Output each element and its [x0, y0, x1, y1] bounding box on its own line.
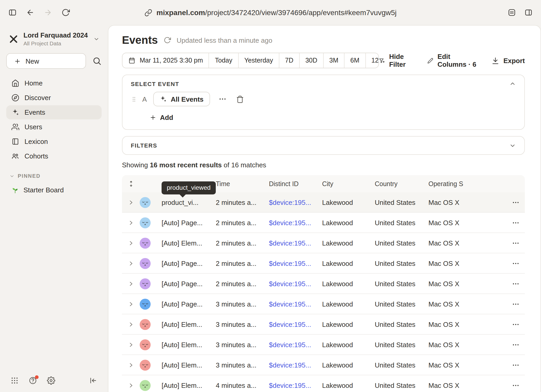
range-today[interactable]: Today: [209, 53, 239, 68]
row-actions-button[interactable]: [486, 198, 525, 206]
table-row[interactable]: [Auto] Page... 2 minutes a... $device:19…: [122, 253, 525, 274]
column-header-os[interactable]: Operating S: [428, 180, 486, 187]
delete-event-button[interactable]: [236, 95, 244, 103]
row-expand-button[interactable]: [122, 240, 140, 246]
export-label: Export: [503, 57, 525, 64]
event-name[interactable]: [Auto] Page...: [162, 280, 216, 287]
row-expand-button[interactable]: [122, 342, 140, 347]
distinct-id-link[interactable]: $device:195...: [269, 341, 322, 348]
collapse-all-rows-button[interactable]: [122, 180, 140, 187]
sidebar-item-events[interactable]: Events: [6, 105, 102, 119]
expand-filters-button[interactable]: [509, 142, 516, 149]
event-name[interactable]: [Auto] Page...: [162, 219, 216, 226]
distinct-id-link[interactable]: $device:195...: [269, 280, 322, 287]
event-name[interactable]: [Auto] Elem...: [162, 381, 216, 389]
row-actions-button[interactable]: [486, 320, 525, 328]
row-expand-button[interactable]: [122, 301, 140, 307]
distinct-id-link[interactable]: $device:195...: [269, 219, 322, 226]
range-12m[interactable]: 12M: [366, 53, 379, 68]
row-actions-button[interactable]: [486, 259, 525, 267]
forward-button[interactable]: [44, 8, 52, 17]
table-row[interactable]: [Auto] Page... 3 minutes a... $device:19…: [122, 294, 525, 314]
row-expand-button[interactable]: [122, 362, 140, 368]
table-row[interactable]: [Auto] Page... 2 minutes a... $device:19…: [122, 213, 525, 233]
event-name[interactable]: [Auto] Elem...: [162, 361, 216, 369]
filters-card: FILTERS: [122, 136, 525, 155]
browser-sidebar-toggle-button[interactable]: [8, 8, 17, 17]
table-row[interactable]: [Auto] Elem... 3 minutes a... $device:19…: [122, 314, 525, 335]
row-actions-button[interactable]: [486, 341, 525, 348]
pinned-item-label: Starter Board: [23, 186, 64, 194]
column-header-distinct-id[interactable]: Distinct ID: [269, 180, 322, 187]
browser-controls-button[interactable]: [508, 8, 516, 17]
distinct-id-link[interactable]: $device:195...: [269, 320, 322, 328]
event-name[interactable]: [Auto] Elem...: [162, 320, 216, 328]
distinct-id-link[interactable]: $device:195...: [269, 198, 322, 206]
new-button[interactable]: New: [6, 53, 86, 69]
table-row[interactable]: [Auto] Elem... 2 minutes a... $device:19…: [122, 233, 525, 253]
collapse-card-button[interactable]: [509, 80, 516, 87]
event-name[interactable]: [Auto] Page...: [162, 259, 216, 267]
address-bar[interactable]: mixpanel.com/project/3472420/view/397469…: [144, 8, 397, 17]
back-button[interactable]: [26, 8, 34, 17]
hide-filter-button[interactable]: Hide Filter: [379, 53, 414, 68]
row-expand-button[interactable]: [122, 321, 140, 327]
distinct-id-link[interactable]: $device:195...: [269, 259, 322, 267]
row-actions-button[interactable]: [486, 219, 525, 226]
range-30d[interactable]: 30D: [300, 53, 324, 68]
row-expand-button[interactable]: [122, 260, 140, 266]
project-switcher[interactable]: Lord Farquaad 2024 All Project Data: [6, 29, 102, 49]
row-expand-button[interactable]: [122, 382, 140, 388]
drag-handle[interactable]: [131, 95, 137, 103]
column-header-time[interactable]: Time: [216, 180, 269, 187]
event-name[interactable]: [Auto] Page...: [162, 300, 216, 308]
table-row[interactable]: [Auto] Elem... 3 minutes a... $device:19…: [122, 335, 525, 355]
row-actions-button[interactable]: [486, 300, 525, 308]
pinned-section-header[interactable]: PINNED: [6, 173, 102, 179]
distinct-id-link[interactable]: $device:195...: [269, 300, 322, 308]
help-button[interactable]: [29, 376, 37, 385]
settings-button[interactable]: [47, 376, 55, 385]
sidebar-item-lexicon[interactable]: Lexicon: [6, 134, 102, 149]
date-picker-button[interactable]: Mar 11, 2025 3:30 pm: [122, 53, 209, 68]
event-time: 2 minutes a...: [216, 198, 269, 206]
table-row[interactable]: [Auto] Elem... 4 minutes a... $device:19…: [122, 375, 525, 392]
row-expand-button[interactable]: [122, 220, 140, 225]
row-actions-button[interactable]: [486, 361, 525, 369]
sidebar-item-discover[interactable]: Discover: [6, 91, 102, 105]
event-name[interactable]: [Auto] Elem...: [162, 239, 216, 247]
distinct-id-link[interactable]: $device:195...: [269, 361, 322, 369]
sidebar-item-home[interactable]: Home: [6, 76, 102, 90]
range-6m[interactable]: 6M: [345, 53, 366, 68]
range-7d[interactable]: 7D: [279, 53, 300, 68]
row-actions-button[interactable]: [486, 239, 525, 247]
table-row[interactable]: [Auto] Page... 2 minutes a... $device:19…: [122, 274, 525, 294]
reload-button[interactable]: [62, 8, 70, 17]
collapse-sidebar-button[interactable]: [89, 376, 97, 385]
search-button[interactable]: [92, 56, 102, 66]
column-header-country[interactable]: Country: [375, 180, 428, 187]
add-event-button[interactable]: Add: [150, 112, 524, 123]
event-name[interactable]: [Auto] Elem...: [162, 341, 216, 348]
row-actions-button[interactable]: [486, 381, 525, 389]
row-expand-button[interactable]: [122, 199, 140, 205]
sidebar-item-users[interactable]: Users: [6, 120, 102, 134]
refresh-button[interactable]: [164, 36, 171, 44]
event-selector-button[interactable]: All Events: [153, 92, 210, 106]
apps-grid-button[interactable]: [10, 376, 19, 385]
edit-columns-button[interactable]: Edit Columns · 6: [427, 53, 478, 68]
range-yesterday[interactable]: Yesterday: [238, 53, 279, 68]
distinct-id-link[interactable]: $device:195...: [269, 239, 322, 247]
sidebar-item-cohorts[interactable]: Cohorts: [6, 149, 102, 163]
event-name[interactable]: product_vi...: [162, 198, 216, 206]
table-row[interactable]: [Auto] Elem... 3 minutes a... $device:19…: [122, 355, 525, 375]
event-row-more-button[interactable]: [218, 95, 226, 103]
export-button[interactable]: Export: [491, 57, 525, 64]
sidebar-item-starter-board[interactable]: Starter Board: [6, 186, 102, 194]
column-header-city[interactable]: City: [322, 180, 375, 187]
range-3m[interactable]: 3M: [324, 53, 345, 68]
distinct-id-link[interactable]: $device:195...: [269, 381, 322, 389]
split-view-button[interactable]: [524, 8, 533, 17]
row-actions-button[interactable]: [486, 280, 525, 287]
row-expand-button[interactable]: [122, 281, 140, 286]
